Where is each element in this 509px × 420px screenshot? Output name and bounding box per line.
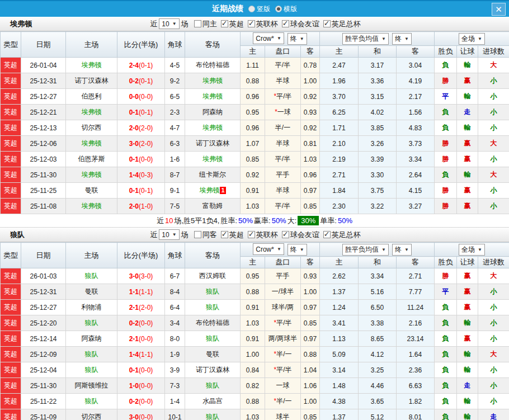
- handicap-home-odds: 1.11: [241, 58, 265, 73]
- titlebar: 近期战绩 竖版 横版 ✕: [0, 0, 509, 17]
- corners: 6-4: [165, 300, 185, 315]
- league-checkbox-label-0[interactable]: 英超: [229, 19, 244, 29]
- same-venue-label[interactable]: 同客: [202, 230, 217, 240]
- handicap-text: 一/球半: [272, 287, 294, 295]
- euro-average-select[interactable]: 胜平负均值▼: [342, 244, 389, 256]
- league-checkbox-label-3[interactable]: 英足总杯: [332, 19, 361, 29]
- league-checkbox-label-1[interactable]: 英联杯: [256, 19, 278, 29]
- layout-option-vertical[interactable]: 竖版: [248, 4, 270, 14]
- home-team: 切尔西: [66, 120, 117, 136]
- handicap-line: 半球: [265, 183, 301, 199]
- handicap-final-select[interactable]: 终▼: [288, 244, 307, 256]
- league-checkbox-label-0[interactable]: 英超: [229, 230, 244, 240]
- scope-select[interactable]: 全场▼: [459, 33, 485, 45]
- league-checkbox-0[interactable]: [221, 20, 228, 27]
- fulltime-score: 0-0: [129, 93, 139, 101]
- chevron-down-icon: ▼: [277, 247, 281, 252]
- result-handicap: 輸: [457, 409, 478, 420]
- match-date: 25-12-09: [21, 347, 66, 362]
- league-checkbox-2[interactable]: [282, 231, 289, 238]
- match-count-select[interactable]: 10▼: [159, 229, 179, 240]
- handicap-line: 平/半: [265, 152, 301, 167]
- league-checkbox-label-2[interactable]: 球会友谊: [290, 230, 319, 240]
- corners: 9-1: [165, 183, 185, 199]
- home-team-name: 曼联: [85, 186, 98, 194]
- result-wdl: 勝: [435, 199, 457, 214]
- home-team-name: 切尔西: [82, 124, 102, 131]
- league-checkbox-1[interactable]: [248, 231, 255, 238]
- match-row: 英超25-12-20狼队0-2(0-0)3-4布伦特福德1.03*平/半0.85…: [1, 315, 509, 331]
- euro-away-odds: 2.16: [397, 315, 435, 331]
- summary-big-label: 大:: [288, 216, 297, 226]
- result-goals: 小: [478, 89, 509, 105]
- odds-company-select[interactable]: Crow*▼: [253, 32, 284, 44]
- euro-away-odds: 4.83: [397, 120, 435, 136]
- league-checkbox-label-2[interactable]: 球会友谊: [290, 19, 319, 29]
- match-count-select[interactable]: 10▼: [159, 18, 179, 29]
- same-venue-checkbox[interactable]: [194, 20, 201, 27]
- header-sub-result: 胜负: [435, 257, 457, 268]
- close-button[interactable]: ✕: [492, 3, 506, 16]
- handicap-text: 半球: [276, 139, 290, 147]
- handicap-line: 平/半: [265, 58, 301, 73]
- layout-option-horizontal[interactable]: 横版: [275, 4, 297, 14]
- euro-away-odds: 6.63: [397, 378, 435, 394]
- away-team: 布伦特福德: [185, 58, 241, 73]
- league-checkbox-0[interactable]: [221, 231, 228, 238]
- scope-select[interactable]: 全场▼: [459, 244, 485, 256]
- home-team: 埃弗顿: [66, 199, 117, 214]
- halftime-score: (2-0): [139, 124, 153, 132]
- result-goals: 小: [478, 284, 509, 300]
- league-checkbox-label-3[interactable]: 英足总杯: [332, 230, 361, 240]
- away-team-name: 埃弗顿: [202, 92, 223, 100]
- halftime-score: (0-0): [139, 413, 153, 420]
- result-group: 全场▼: [435, 32, 509, 46]
- league-badge: 英超: [1, 331, 21, 347]
- away-team-name: 布伦特福德: [196, 61, 229, 69]
- result-handicap: 輸: [457, 58, 478, 73]
- same-venue-label[interactable]: 同主: [202, 19, 217, 29]
- match-row: 英超25-12-03伯恩茅斯0-1(0-0)1-6埃弗顿0.85平/半1.032…: [1, 152, 509, 167]
- handicap-away-odds: 0.93: [301, 105, 320, 120]
- header-sub-euro-away: 客: [397, 46, 435, 58]
- league-checkbox-label-1[interactable]: 英联杯: [256, 230, 278, 240]
- result-wdl: 負: [435, 362, 457, 378]
- euro-draw-odds: 3.17: [359, 58, 397, 73]
- filter-bar: 近10▼场同主英超英联杯球会友谊英足总杯: [0, 18, 509, 29]
- league-checkbox-2[interactable]: [282, 20, 289, 27]
- handicap-final-select[interactable]: 终▼: [288, 33, 307, 45]
- league-checkbox-1[interactable]: [248, 20, 255, 27]
- header-col-date: 日期: [21, 32, 66, 58]
- handicap-away-odds: 0.85: [301, 315, 320, 331]
- handicap-odds-group: Crow*▼终▼: [241, 243, 320, 257]
- same-venue-checkbox[interactable]: [194, 231, 201, 238]
- league-checkbox-3[interactable]: [323, 231, 331, 238]
- match-date: 26-01-04: [21, 58, 66, 73]
- halftime-score: (3-0): [139, 272, 153, 280]
- result-goals: 大: [478, 347, 509, 362]
- fulltime-score: 2-1: [129, 304, 139, 312]
- odds-company-select[interactable]: Crow*▼: [253, 243, 284, 255]
- handicap-home-odds: 0.92: [241, 167, 265, 183]
- result-wdl: 負: [435, 394, 457, 409]
- halftime-score: (1-1): [139, 351, 153, 358]
- euro-average-select[interactable]: 胜平负均值▼: [342, 33, 389, 45]
- handicap-line: 平手: [265, 167, 301, 183]
- handicap-away-odds: 0.97: [301, 300, 320, 315]
- euro-home-odds: 1.13: [320, 331, 359, 347]
- handicap-home-odds: 0.88: [241, 394, 265, 409]
- header-col-type: 类型: [1, 32, 21, 58]
- euro-draw-odds: 4.12: [359, 347, 397, 362]
- handicap-line: *半/一: [265, 347, 301, 362]
- euro-final-select[interactable]: 终▼: [392, 244, 412, 256]
- match-row: 英超25-11-30埃弗顿1-4(0-3)8-7纽卡斯尔0.92平手0.962.…: [1, 167, 509, 183]
- fulltime-score: 2-0: [129, 202, 139, 210]
- euro-final-select[interactable]: 终▼: [392, 33, 412, 45]
- handicap-home-odds: 0.84: [241, 362, 265, 378]
- corners: 2-3: [165, 105, 185, 120]
- league-checkbox-3[interactable]: [323, 20, 331, 27]
- corners: 8-7: [165, 167, 185, 183]
- euro-away-odds: 4.19: [397, 73, 435, 89]
- result-wdl: 負: [435, 120, 457, 136]
- result-goals: 小: [478, 394, 509, 409]
